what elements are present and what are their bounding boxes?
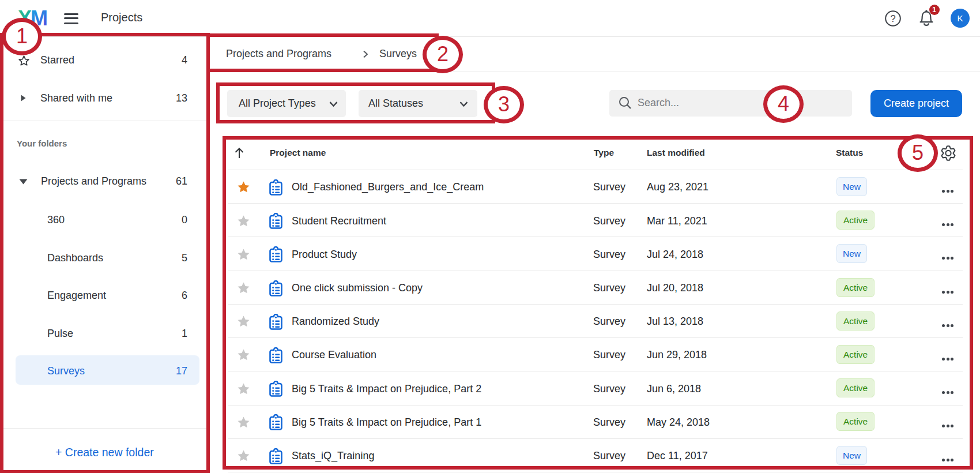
svg-text:?: ? [890,13,895,24]
